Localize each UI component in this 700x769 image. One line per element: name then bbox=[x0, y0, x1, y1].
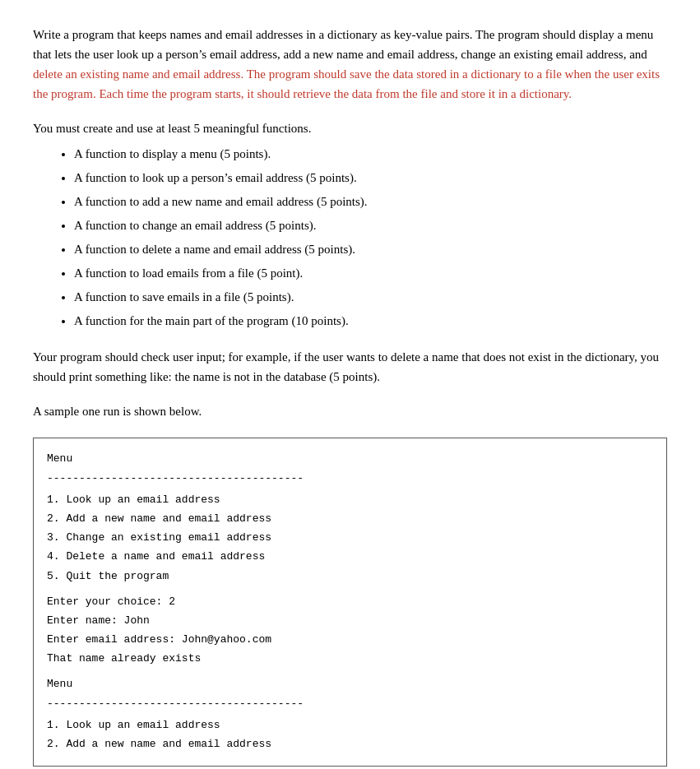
terminal-blank-2 bbox=[47, 669, 653, 675]
terminal-menu-item-4: 4. Delete a name and email address bbox=[47, 548, 653, 566]
list-item: A function to change an email address (5… bbox=[74, 215, 667, 237]
terminal-menu-item2-1: 1. Look up an email address bbox=[47, 716, 653, 734]
list-item: A function for the main part of the prog… bbox=[74, 310, 667, 332]
dictionary-word: dictionary bbox=[585, 350, 634, 364]
terminal-menu-item-1: 1. Look up an email address bbox=[47, 491, 653, 509]
terminal-input-email: Enter email address: John@yahoo.com bbox=[47, 631, 653, 649]
terminal-blank-1 bbox=[47, 586, 653, 593]
terminal-separator-1: ---------------------------------------- bbox=[47, 470, 653, 488]
terminal-menu-item-5: 5. Quit the program bbox=[47, 567, 653, 586]
functions-section: You must create and use at least 5 meani… bbox=[33, 118, 667, 332]
bullet-list: A function to display a menu (5 points).… bbox=[74, 143, 667, 332]
description-paragraph1: Write a program that keeps names and ema… bbox=[33, 25, 667, 104]
list-item: A function to save emails in a file (5 p… bbox=[74, 286, 667, 308]
list-item: A function to delete a name and email ad… bbox=[74, 239, 667, 261]
input-check-paragraph: Your program should check user input; fo… bbox=[33, 347, 667, 387]
sample-intro: A sample one run is shown below. bbox=[33, 401, 667, 421]
list-item: A function to display a menu (5 points). bbox=[74, 143, 667, 165]
terminal-separator-2: ---------------------------------------- bbox=[47, 695, 653, 713]
list-item: A function to load emails from a file (5… bbox=[74, 262, 667, 285]
list-item: A function to add a new name and email a… bbox=[74, 191, 667, 213]
terminal-input-choice: Enter your choice: 2 bbox=[47, 593, 653, 611]
terminal-menu-item-3: 3. Change an existing email address bbox=[47, 529, 653, 547]
terminal-menu-item2-2: 2. Add a new name and email address bbox=[47, 735, 653, 753]
red-text-delete: delete an existing name and email addres… bbox=[33, 67, 660, 100]
main-content: Write a program that keeps names and ema… bbox=[33, 25, 667, 767]
terminal-menu-title-2: Menu bbox=[47, 675, 653, 693]
terminal-menu-item-2: 2. Add a new name and email address bbox=[47, 510, 653, 528]
functions-intro: You must create and use at least 5 meani… bbox=[33, 118, 667, 138]
terminal-name-exists: That name already exists bbox=[47, 650, 653, 668]
terminal-menu-title-1: Menu bbox=[47, 450, 653, 468]
terminal-input-name: Enter name: John bbox=[47, 612, 653, 630]
terminal-box: Menu -----------------------------------… bbox=[33, 438, 667, 767]
list-item: A function to look up a person’s email a… bbox=[74, 167, 667, 189]
